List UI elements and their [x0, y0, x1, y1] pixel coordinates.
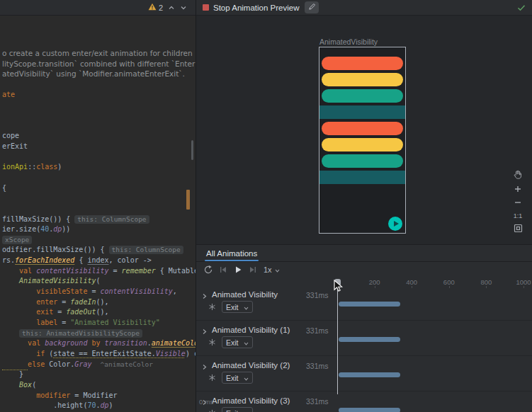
editor-inspections-bar: 2	[0, 0, 196, 16]
timeline-area[interactable]: 2004006008001000 Animated Visibility331m…	[196, 277, 532, 412]
animation-duration: 331ms	[306, 291, 329, 299]
skip-to-end-icon[interactable]	[247, 265, 258, 275]
editor-scrollbar[interactable]	[191, 140, 193, 160]
stop-icon	[203, 4, 209, 11]
animation-title: Animated Visibility	[212, 290, 278, 299]
state-dropdown-label: Exit	[226, 409, 239, 412]
preview-pill-bar	[322, 73, 403, 86]
zoom-controls: 1:1	[512, 170, 523, 233]
stop-animation-preview-button[interactable]: Stop Animation Preview	[203, 4, 299, 12]
animation-title: Animated Visibility (1)	[212, 326, 290, 334]
row-expand-chevron-icon[interactable]	[201, 362, 208, 372]
animation-timeline-bar	[339, 337, 400, 342]
state-dropdown[interactable]: Exit	[222, 407, 253, 412]
animation-row: Animated Visibility (1)331msExit	[196, 321, 532, 356]
dropdown-arrow-icon	[244, 338, 249, 347]
animations-panel: All Animations 1x 2004006008001000 Anima…	[196, 244, 532, 412]
code-line	[2, 121, 196, 132]
state-dropdown[interactable]: Exit	[222, 372, 253, 384]
row-expand-chevron-icon[interactable]	[201, 327, 208, 337]
skip-to-start-icon[interactable]	[217, 265, 228, 275]
tab-label: All Animations	[206, 249, 257, 258]
prev-highlight-button[interactable]	[168, 5, 175, 11]
dropdown-arrow-icon	[244, 303, 249, 311]
preview-pill-bar	[322, 57, 403, 70]
code-line	[2, 204, 196, 214]
preview-surface[interactable]: AnimatedVisibility 1:1	[196, 16, 532, 244]
code-line: modifier = Modifier	[2, 391, 196, 401]
code-line: AnimatedVisibility(	[2, 276, 196, 287]
state-dropdown[interactable]: Exit	[222, 336, 253, 348]
preview-pill-bar	[322, 138, 403, 151]
code-line: }	[2, 370, 196, 380]
inspections-widget[interactable]: 2	[148, 3, 163, 13]
play-icon[interactable]	[232, 265, 243, 275]
freeze-icon[interactable]	[208, 409, 216, 412]
zoom-actual-size-icon[interactable]: 1:1	[512, 212, 523, 219]
code-line	[2, 173, 196, 183]
inlay-hint: this: ColumnScope	[109, 246, 183, 254]
code-line: odifier.fillMaxSize()) { this: ColumnSco…	[2, 245, 196, 256]
code-line: ionApi::class)	[2, 162, 196, 173]
inspections-ok-icon[interactable]	[517, 4, 526, 11]
animation-row: Animated Visibility (3)331msExit	[196, 391, 532, 412]
state-dropdown-label: Exit	[226, 338, 239, 347]
zoom-in-icon[interactable]	[514, 185, 522, 193]
speed-label: 1x	[264, 265, 272, 274]
edit-button[interactable]	[305, 1, 319, 13]
code-line	[2, 79, 196, 90]
code-line: erExit	[2, 142, 196, 152]
next-highlight-button[interactable]	[180, 5, 187, 11]
edit-icon	[308, 3, 316, 13]
animations-tabbar: All Animations	[196, 245, 532, 262]
freeze-icon[interactable]	[208, 303, 216, 313]
zoom-out-icon[interactable]	[514, 198, 522, 207]
code-line	[2, 152, 196, 163]
speed-select[interactable]: 1x	[264, 265, 280, 274]
freeze-icon[interactable]	[208, 374, 216, 384]
code-line: atedVisibility` using `Modifier.animateE…	[2, 69, 196, 79]
freeze-icon[interactable]	[208, 338, 216, 348]
preview-pill-bar	[322, 89, 403, 103]
timeline-footer-label: 0 ms	[199, 398, 214, 406]
playback-controls: 1x	[196, 262, 532, 277]
row-expand-chevron-icon[interactable]	[201, 292, 208, 302]
svg-text:1:1: 1:1	[514, 212, 523, 219]
animation-duration: 331ms	[306, 326, 329, 335]
dropdown-arrow-icon	[244, 374, 249, 382]
animation-title: Animated Visibility (2)	[212, 361, 290, 370]
tab-all-animations[interactable]: All Animations	[199, 245, 264, 261]
animation-rows: Animated Visibility331msExitAnimated Vis…	[196, 285, 532, 412]
code-line: visibleState = contentVisibility,	[2, 287, 196, 297]
preview-pill-bar	[322, 154, 403, 168]
inlay-hint: this: AnimatedVisibilityScope	[19, 329, 142, 338]
animation-timeline-bar	[339, 372, 400, 377]
playback-buttons	[203, 265, 258, 275]
state-dropdown-label: Exit	[226, 374, 239, 382]
code-line: o create a custom enter/exit animation f…	[2, 48, 196, 59]
code-line: if (state == EnterExitState.Visible) col…	[2, 349, 196, 360]
state-dropdown[interactable]: Exit	[222, 301, 253, 313]
replay-icon[interactable]	[203, 265, 213, 275]
warning-icon	[148, 3, 157, 13]
state-dropdown-label: Exit	[226, 303, 239, 311]
tab-underline	[205, 260, 259, 261]
code-line	[2, 110, 196, 121]
pan-icon[interactable]	[513, 170, 523, 180]
code-line: enter = fadeIn(),	[2, 297, 196, 308]
playhead-handle[interactable]	[334, 279, 341, 286]
dropdown-arrow-icon	[244, 409, 249, 412]
code-line: this: AnimatedVisibilityScope	[2, 328, 196, 339]
code-line: ier.size(40.dp))	[2, 224, 196, 235]
code-line	[2, 193, 196, 204]
zoom-to-fit-icon[interactable]	[514, 224, 523, 233]
play-icon	[394, 221, 399, 227]
code-area[interactable]: o create a custom enter/exit animation f…	[0, 16, 196, 412]
code-line: xScope	[2, 235, 196, 246]
composable-label: AnimatedVisibility	[319, 38, 378, 46]
inlay-hint: this: ColumnScope	[74, 215, 149, 224]
code-line: fillMaxSize()) { this: ColumnScope	[2, 214, 196, 225]
scrollbar-warning-stripe[interactable]	[186, 190, 190, 210]
android-studio-window: 2 o create a custom enter/exit animation…	[0, 0, 532, 412]
code-line: .height(70.dp)	[2, 401, 196, 411]
